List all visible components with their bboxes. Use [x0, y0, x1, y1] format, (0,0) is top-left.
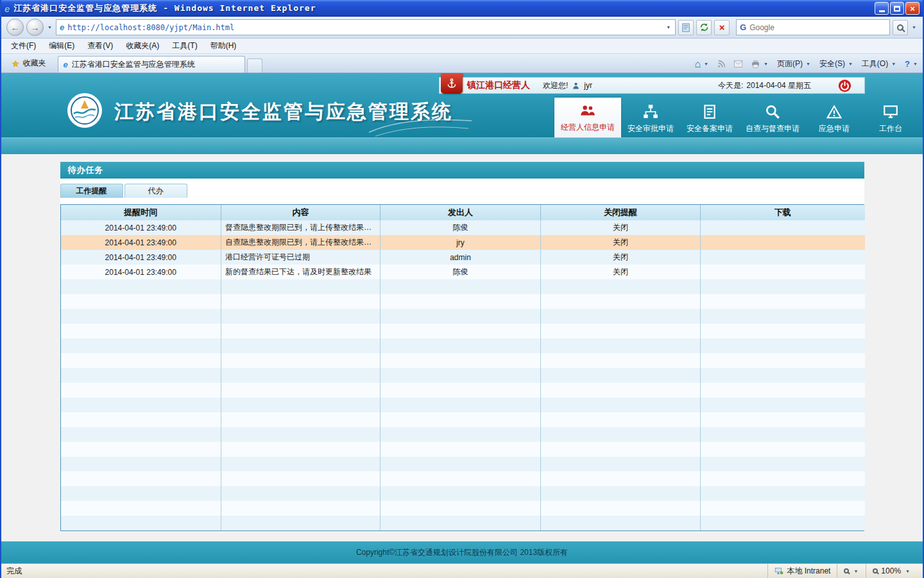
table-row: 2014-04-01 23:49:00 新的督查结果已下达，请及时更新整改结果 …	[61, 265, 865, 279]
forward-button[interactable]: →	[26, 19, 44, 36]
magnifier-icon	[764, 103, 781, 120]
tab-pending[interactable]: 代办	[124, 184, 187, 198]
feeds-button[interactable]	[717, 60, 726, 68]
welcome-group: 欢迎您! jyr	[543, 80, 592, 91]
nav-workbench[interactable]: 工作台	[862, 100, 919, 137]
search-dropdown-icon[interactable]: ▼	[911, 25, 918, 30]
new-tab-button[interactable]	[247, 58, 262, 73]
refresh-button[interactable]	[696, 20, 712, 35]
stop-button[interactable]: ×	[714, 20, 730, 35]
home-dropdown-icon: ▼	[703, 62, 710, 66]
menu-tools[interactable]: 工具(T)	[166, 39, 203, 53]
zoom-menu-dropdown-icon: ▼	[852, 569, 859, 574]
address-bar: ← → ▼ e ▼ × G ▼	[1, 17, 923, 39]
date-label: 今天是:	[718, 80, 743, 91]
star-icon: ★	[12, 58, 20, 69]
home-icon: ⌂	[694, 59, 701, 69]
table-row-empty	[61, 338, 865, 353]
menu-view[interactable]: 查看(V)	[81, 39, 119, 53]
browser-tab[interactable]: e 江苏省港口安全监管与应急管理系统	[58, 56, 245, 73]
nav-operator-info[interactable]: 经营人信息申请	[554, 98, 621, 137]
close-reminder-link[interactable]: 关闭	[613, 238, 628, 247]
menu-file[interactable]: 文件(F)	[5, 39, 42, 53]
page-menu[interactable]: 页面(P) ▼	[777, 58, 812, 69]
table-row-empty	[61, 471, 865, 486]
menu-favorites[interactable]: 收藏夹(A)	[120, 39, 165, 53]
cell-close: 关闭	[541, 235, 701, 250]
nav-emergency[interactable]: 应急申请	[806, 100, 862, 137]
tools-menu[interactable]: 工具(O) ▼	[862, 58, 897, 69]
maximize-button[interactable]	[890, 2, 904, 15]
anchor-icon	[441, 73, 463, 94]
org-chart-icon	[642, 103, 659, 120]
table-row-empty	[61, 324, 865, 338]
rss-icon	[717, 60, 726, 68]
menu-edit[interactable]: 编辑(E)	[43, 39, 80, 53]
cell-download	[701, 235, 865, 250]
home-button[interactable]: ⌂ ▼	[694, 59, 710, 69]
nav-safety-record[interactable]: 安全备案申请	[680, 100, 739, 137]
close-reminder-link[interactable]: 关闭	[613, 223, 628, 232]
history-dropdown-icon[interactable]: ▼	[46, 25, 53, 30]
favorites-bar: ★ 收藏夹 e 江苏省港口安全监管与应急管理系统 ⌂ ▼ ▼ 页面(P	[1, 54, 923, 73]
close-reminder-link[interactable]: 关闭	[613, 252, 628, 261]
read-mail-button[interactable]	[733, 60, 743, 68]
address-input[interactable]	[67, 23, 662, 32]
menu-bar: 文件(F) 编辑(E) 查看(V) 收藏夹(A) 工具(T) 帮助(H)	[1, 39, 923, 54]
help-menu[interactable]: ? ▼	[905, 59, 919, 69]
search-input[interactable]	[749, 23, 886, 32]
zoom-dropdown-icon: ▼	[904, 569, 911, 574]
back-button[interactable]: ←	[6, 19, 24, 36]
menu-help[interactable]: 帮助(H)	[205, 39, 243, 53]
warning-triangle-icon	[826, 103, 843, 120]
cell-content: 新的督查结果已下达，请及时更新整改结果	[221, 265, 381, 279]
table-row-empty	[61, 279, 865, 294]
username: jyr	[584, 81, 592, 90]
logout-button[interactable]	[838, 79, 851, 92]
table-row-empty	[61, 353, 865, 368]
table-row: 2014-04-01 23:49:00 港口经营许可证号已过期 admin 关闭	[61, 250, 865, 265]
user-icon	[572, 82, 580, 90]
close-button[interactable]: ×	[905, 2, 920, 15]
table-row-empty	[61, 368, 865, 383]
cell-content: 港口经营许可证号已过期	[221, 250, 381, 265]
ie-icon: e	[4, 3, 10, 14]
maximize-icon	[894, 6, 900, 12]
table-row-empty	[61, 427, 865, 442]
address-dropdown-icon[interactable]: ▼	[665, 25, 672, 30]
minimize-button[interactable]	[875, 2, 889, 15]
cell-content: 督查隐患整改期限已到，请上传整改结果…	[221, 220, 381, 235]
search-go-button[interactable]	[893, 20, 908, 35]
welcome-label: 欢迎您!	[543, 80, 568, 91]
tab-page-icon: e	[64, 60, 68, 69]
nav-label: 安全审批申请	[628, 123, 674, 134]
zoom-control[interactable]: 100% ▼	[866, 564, 918, 578]
print-button[interactable]: ▼	[751, 60, 769, 69]
stop-icon: ×	[719, 22, 725, 32]
table-row-highlighted: 2014-04-01 23:49:00 自查隐患整改期限已到，请上传整改结果… …	[61, 235, 865, 250]
close-reminder-link[interactable]: 关闭	[613, 267, 628, 276]
minimize-icon	[879, 10, 885, 12]
compatibility-view-button[interactable]	[678, 20, 694, 35]
role-badge-label: 镇江港口经营人	[467, 80, 530, 91]
help-icon: ?	[905, 59, 910, 69]
document-icon	[701, 103, 718, 120]
decorative-swoosh	[366, 113, 475, 137]
nav-safety-approval[interactable]: 安全审批申请	[621, 100, 680, 137]
browser-window: e 江苏省港口安全监管与应急管理系统 - Windows Internet Ex…	[0, 0, 924, 578]
command-bar: ⌂ ▼ ▼ 页面(P) ▼ 安全(S) ▼ 工具(O)	[694, 58, 919, 73]
nav-self-inspection[interactable]: 自查与督查申请	[739, 100, 806, 137]
intranet-zone-icon	[774, 567, 783, 575]
content-area: 待办任务 工作提醒 代办 提醒时间 内容 发出人 关闭提醒	[1, 154, 923, 541]
favorites-button[interactable]: ★ 收藏夹	[5, 55, 53, 73]
safety-menu[interactable]: 安全(S) ▼	[819, 58, 854, 69]
status-text: 完成	[6, 566, 22, 577]
search-icon	[897, 24, 903, 31]
site-logo	[67, 92, 103, 130]
table-row: 2014-04-01 23:49:00 督查隐患整改期限已到，请上传整改结果… …	[61, 220, 865, 235]
col-header-sender: 发出人	[381, 205, 541, 220]
zoom-menu[interactable]: ▼	[837, 564, 866, 578]
cell-close: 关闭	[541, 220, 701, 235]
nav-label: 安全备案申请	[687, 123, 733, 134]
tab-work-reminder[interactable]: 工作提醒	[60, 184, 123, 198]
